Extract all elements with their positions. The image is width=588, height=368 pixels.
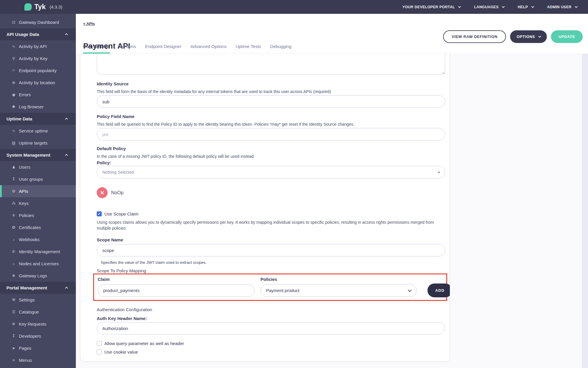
use-cookie-row: Use cookie value — [97, 349, 445, 354]
tyk-leaf-logo-icon — [24, 3, 32, 11]
scope-name-input[interactable] — [97, 244, 445, 256]
claim-label: Claim — [98, 276, 255, 282]
tab-debugging[interactable]: Debugging — [270, 44, 292, 54]
identity-source-description: This field will form the basis of the id… — [97, 89, 445, 95]
menu-languages[interactable]: LANGUAGES — [474, 5, 504, 9]
chevron-down-icon — [502, 5, 505, 8]
brand-name: Tyk — [34, 3, 46, 11]
sidebar-section-api-usage-data[interactable]: API Usage Data — [0, 28, 76, 40]
developers-icon: ⁑ — [11, 334, 16, 338]
sidebar-item-activity-by-key[interactable]: ⚲ Activity by Key — [0, 52, 76, 64]
chevron-up-icon — [65, 287, 68, 290]
version-label: (4.3.3) — [50, 4, 62, 9]
view-raw-definition-button[interactable]: VIEW RAW DEFINITION — [443, 30, 506, 43]
sidebar-item-menus[interactable]: ≡ Menus — [0, 354, 76, 366]
sidebar-item-gateway-dashboard[interactable]: ⊡ Gateway Dashboard — [0, 16, 76, 28]
use-scope-claim-description: Using scopes claims allows you to dynami… — [97, 219, 444, 231]
chevron-up-icon — [65, 33, 68, 36]
gears-icon: ⚙ — [11, 189, 16, 193]
policy-field-name-input[interactable] — [97, 128, 445, 140]
identity-icon: ✆ — [11, 249, 16, 254]
globe-icon: ⊕ — [11, 80, 16, 85]
brand-logo[interactable]: Tyk (4.3.3) — [24, 3, 62, 11]
tab-endpoint-designer[interactable]: Endpoint Designer — [145, 44, 181, 54]
sidebar-item-gateway-logs[interactable]: ❉ Gateway Logs — [0, 270, 76, 282]
auth-key-header-input[interactable] — [97, 322, 445, 334]
chevron-up-icon — [65, 154, 68, 157]
chevron-down-icon — [458, 5, 461, 8]
tab-versions[interactable]: Versions — [119, 44, 136, 54]
menu-admin-user[interactable]: ADMIN USER — [547, 5, 577, 9]
update-button[interactable]: UPDATE — [551, 30, 583, 43]
use-scope-claim-checkbox[interactable] — [97, 211, 102, 216]
sidebar-item-settings[interactable]: ⚒ Settings — [0, 294, 76, 306]
policies-select[interactable]: Payment product — [260, 284, 417, 297]
use-scope-claim-row: Use Scope Claim — [97, 211, 445, 216]
allow-query-param-checkbox[interactable] — [97, 341, 102, 346]
default-policy-description: In the case of a missing JWT policy ID, … — [97, 153, 445, 159]
bug-icon: ✱ — [11, 105, 16, 109]
claim-input[interactable] — [98, 284, 255, 297]
sidebar-item-catalogue[interactable]: ☰ Catalogue — [0, 306, 76, 318]
default-policy-select[interactable]: Nothing Selected ▾ — [97, 166, 445, 178]
sidebar-item-developers[interactable]: ⁑ Developers — [0, 330, 76, 342]
api-description-textarea[interactable] — [97, 54, 445, 74]
tab-core-settings[interactable]: Core Settings — [83, 44, 110, 54]
sidebar-section-portal-management[interactable]: Portal Management — [0, 282, 76, 294]
sidebar-item-users[interactable]: ♟ Users — [0, 161, 76, 173]
wrench-icon: ⚒ — [11, 298, 16, 302]
scope-name-label: Scope Name — [97, 237, 445, 243]
sidebar-item-log-browser[interactable]: ✱ Log Browser — [0, 101, 76, 113]
sidebar-item-nodes-and-licenses[interactable]: ⌂ Nodes and Licenses — [0, 258, 76, 270]
nodes-icon: ⁂ — [11, 201, 16, 205]
noop-row: × NoOp — [97, 187, 445, 198]
sidebar-item-pages[interactable]: ➤ Pages — [0, 342, 76, 354]
tab-uptime-tests[interactable]: Uptime Tests — [235, 44, 261, 54]
menu-help[interactable]: HELP — [518, 5, 533, 9]
list-icon: ▤ — [11, 141, 16, 145]
sidebar-item-policies[interactable]: ⚜ Policies — [0, 209, 76, 221]
topbar: Tyk (4.3.3) YOUR DEVELOPER PORTAL LANGUA… — [0, 0, 588, 14]
chevron-down-icon — [538, 35, 541, 38]
sidebar-section-system-management[interactable]: System Management — [0, 149, 76, 161]
sidebar-item-certificates[interactable]: ❂ Certificates — [0, 221, 76, 233]
sidebar-section-uptime-data[interactable]: Uptime Data — [0, 113, 76, 125]
error-icon: ◉ — [11, 92, 16, 97]
logs-icon: ❉ — [11, 273, 16, 278]
uptime-icon: ∿ — [11, 129, 16, 133]
breadcrumb[interactable]: < APIs — [83, 21, 95, 26]
sidebar-item-activity-by-api[interactable]: ∿ Activity by API — [0, 40, 76, 52]
sidebar-item-identity-management[interactable]: ✆ Identity Management — [0, 246, 76, 258]
certificate-icon: ❂ — [11, 225, 16, 230]
add-button[interactable]: ADD — [427, 284, 450, 297]
allow-query-param-label: Allow query parameter as well as header — [104, 341, 184, 346]
policies-label: Policies — [260, 276, 417, 282]
activity-icon: ∿ — [11, 44, 16, 49]
page-icon: ➤ — [11, 346, 16, 350]
sidebar-item-endpoint-popularity[interactable]: ⚐ Endpoint popularity — [0, 64, 76, 77]
content-area: Identity Source This field will form the… — [76, 54, 588, 368]
policy-field-name-description: This field will be queried to find the P… — [97, 121, 445, 127]
identity-source-input[interactable] — [97, 95, 445, 108]
sidebar-item-webhooks[interactable]: ♪ Webhooks — [0, 233, 76, 246]
chevron-down-icon — [531, 5, 534, 8]
sidebar-item-apis[interactable]: ⚙ APIs — [0, 185, 76, 197]
use-cookie-label: Use cookie value — [104, 349, 138, 354]
scope-to-policy-mapping-label: Scope To Policy Mapping — [97, 268, 445, 273]
scrollbar-track[interactable] — [582, 54, 588, 368]
tab-advanced-options[interactable]: Advanced Options — [191, 44, 227, 54]
default-policy-label: Default Policy — [97, 146, 445, 152]
menu-your-developer-portal[interactable]: YOUR DEVELOPER PORTAL — [402, 5, 460, 9]
sidebar-item-errors[interactable]: ◉ Errors — [0, 89, 76, 101]
use-cookie-checkbox[interactable] — [97, 349, 102, 354]
sidebar-item-activity-by-location[interactable]: ⊕ Activity by location — [0, 77, 76, 89]
remove-noop-button[interactable]: × — [97, 187, 108, 198]
sidebar-item-key-requests[interactable]: ✲ Key Requests — [0, 318, 76, 330]
options-button[interactable]: OPTIONS — [510, 30, 547, 43]
sidebar-item-keys[interactable]: ⁂ Keys — [0, 197, 76, 209]
policy-icon: ⚜ — [11, 213, 16, 218]
topbar-menus: YOUR DEVELOPER PORTAL LANGUAGES HELP ADM… — [402, 5, 577, 9]
sidebar-item-user-groups[interactable]: ⁑ User groups — [0, 173, 76, 185]
sidebar-item-service-uptime[interactable]: ∿ Service uptime — [0, 125, 76, 137]
sidebar-item-uptime-targets[interactable]: ▤ Uptime targets — [0, 137, 76, 149]
